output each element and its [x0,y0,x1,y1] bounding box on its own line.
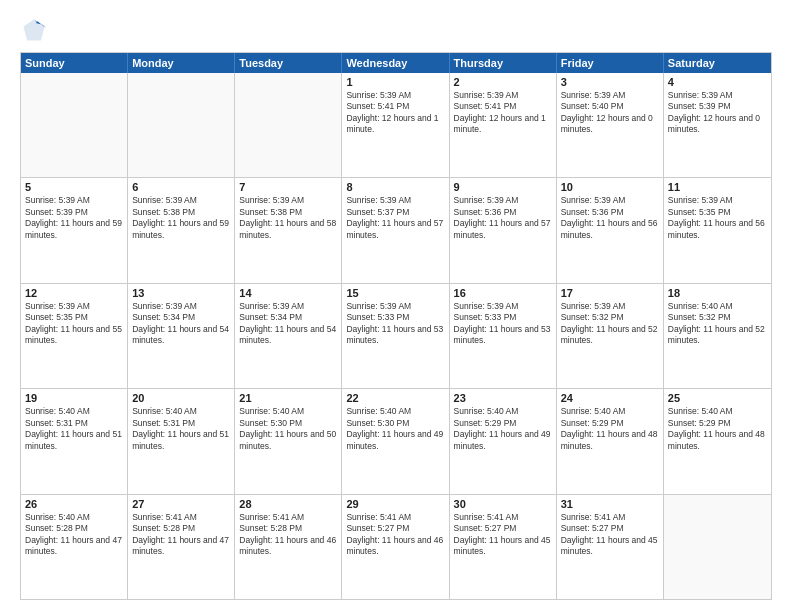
calendar: SundayMondayTuesdayWednesdayThursdayFrid… [20,52,772,600]
day-number: 23 [454,392,552,404]
day-cell-5: 5Sunrise: 5:39 AM Sunset: 5:39 PM Daylig… [21,178,128,282]
svg-marker-0 [24,20,45,41]
day-cell-18: 18Sunrise: 5:40 AM Sunset: 5:32 PM Dayli… [664,284,771,388]
calendar-row-1: 1Sunrise: 5:39 AM Sunset: 5:41 PM Daylig… [21,73,771,177]
logo [20,16,52,44]
day-number: 4 [668,76,767,88]
calendar-body: 1Sunrise: 5:39 AM Sunset: 5:41 PM Daylig… [21,73,771,599]
calendar-header: SundayMondayTuesdayWednesdayThursdayFrid… [21,53,771,73]
day-number: 31 [561,498,659,510]
day-info: Sunrise: 5:39 AM Sunset: 5:38 PM Dayligh… [132,195,230,241]
day-info: Sunrise: 5:41 AM Sunset: 5:27 PM Dayligh… [561,512,659,558]
header-day-wednesday: Wednesday [342,53,449,73]
day-number: 14 [239,287,337,299]
calendar-row-5: 26Sunrise: 5:40 AM Sunset: 5:28 PM Dayli… [21,494,771,599]
calendar-row-3: 12Sunrise: 5:39 AM Sunset: 5:35 PM Dayli… [21,283,771,388]
day-cell-14: 14Sunrise: 5:39 AM Sunset: 5:34 PM Dayli… [235,284,342,388]
day-cell-25: 25Sunrise: 5:40 AM Sunset: 5:29 PM Dayli… [664,389,771,493]
day-info: Sunrise: 5:39 AM Sunset: 5:32 PM Dayligh… [561,301,659,347]
day-cell-11: 11Sunrise: 5:39 AM Sunset: 5:35 PM Dayli… [664,178,771,282]
day-info: Sunrise: 5:40 AM Sunset: 5:30 PM Dayligh… [346,406,444,452]
day-number: 26 [25,498,123,510]
day-info: Sunrise: 5:39 AM Sunset: 5:36 PM Dayligh… [454,195,552,241]
day-info: Sunrise: 5:39 AM Sunset: 5:34 PM Dayligh… [132,301,230,347]
header-day-saturday: Saturday [664,53,771,73]
day-number: 19 [25,392,123,404]
day-cell-16: 16Sunrise: 5:39 AM Sunset: 5:33 PM Dayli… [450,284,557,388]
day-number: 28 [239,498,337,510]
day-cell-24: 24Sunrise: 5:40 AM Sunset: 5:29 PM Dayli… [557,389,664,493]
day-info: Sunrise: 5:40 AM Sunset: 5:29 PM Dayligh… [668,406,767,452]
day-info: Sunrise: 5:39 AM Sunset: 5:41 PM Dayligh… [454,90,552,136]
day-info: Sunrise: 5:39 AM Sunset: 5:39 PM Dayligh… [668,90,767,136]
day-info: Sunrise: 5:39 AM Sunset: 5:34 PM Dayligh… [239,301,337,347]
calendar-row-2: 5Sunrise: 5:39 AM Sunset: 5:39 PM Daylig… [21,177,771,282]
day-number: 3 [561,76,659,88]
day-cell-15: 15Sunrise: 5:39 AM Sunset: 5:33 PM Dayli… [342,284,449,388]
day-number: 20 [132,392,230,404]
day-cell-empty [128,73,235,177]
day-number: 1 [346,76,444,88]
day-cell-empty [21,73,128,177]
day-cell-31: 31Sunrise: 5:41 AM Sunset: 5:27 PM Dayli… [557,495,664,599]
header-day-thursday: Thursday [450,53,557,73]
day-number: 22 [346,392,444,404]
day-cell-20: 20Sunrise: 5:40 AM Sunset: 5:31 PM Dayli… [128,389,235,493]
day-number: 5 [25,181,123,193]
day-info: Sunrise: 5:41 AM Sunset: 5:28 PM Dayligh… [132,512,230,558]
day-cell-3: 3Sunrise: 5:39 AM Sunset: 5:40 PM Daylig… [557,73,664,177]
day-cell-6: 6Sunrise: 5:39 AM Sunset: 5:38 PM Daylig… [128,178,235,282]
day-info: Sunrise: 5:40 AM Sunset: 5:31 PM Dayligh… [25,406,123,452]
day-info: Sunrise: 5:39 AM Sunset: 5:35 PM Dayligh… [668,195,767,241]
day-info: Sunrise: 5:40 AM Sunset: 5:29 PM Dayligh… [454,406,552,452]
day-number: 18 [668,287,767,299]
day-cell-26: 26Sunrise: 5:40 AM Sunset: 5:28 PM Dayli… [21,495,128,599]
day-info: Sunrise: 5:40 AM Sunset: 5:30 PM Dayligh… [239,406,337,452]
day-cell-2: 2Sunrise: 5:39 AM Sunset: 5:41 PM Daylig… [450,73,557,177]
day-cell-empty [235,73,342,177]
day-info: Sunrise: 5:39 AM Sunset: 5:39 PM Dayligh… [25,195,123,241]
day-info: Sunrise: 5:41 AM Sunset: 5:27 PM Dayligh… [346,512,444,558]
day-cell-21: 21Sunrise: 5:40 AM Sunset: 5:30 PM Dayli… [235,389,342,493]
day-info: Sunrise: 5:39 AM Sunset: 5:33 PM Dayligh… [346,301,444,347]
day-number: 16 [454,287,552,299]
day-cell-28: 28Sunrise: 5:41 AM Sunset: 5:28 PM Dayli… [235,495,342,599]
logo-icon [20,16,48,44]
calendar-row-4: 19Sunrise: 5:40 AM Sunset: 5:31 PM Dayli… [21,388,771,493]
day-number: 21 [239,392,337,404]
day-cell-9: 9Sunrise: 5:39 AM Sunset: 5:36 PM Daylig… [450,178,557,282]
day-info: Sunrise: 5:40 AM Sunset: 5:32 PM Dayligh… [668,301,767,347]
day-cell-7: 7Sunrise: 5:39 AM Sunset: 5:38 PM Daylig… [235,178,342,282]
day-number: 24 [561,392,659,404]
day-cell-30: 30Sunrise: 5:41 AM Sunset: 5:27 PM Dayli… [450,495,557,599]
day-number: 11 [668,181,767,193]
day-info: Sunrise: 5:39 AM Sunset: 5:41 PM Dayligh… [346,90,444,136]
day-cell-4: 4Sunrise: 5:39 AM Sunset: 5:39 PM Daylig… [664,73,771,177]
header-day-sunday: Sunday [21,53,128,73]
day-number: 7 [239,181,337,193]
day-info: Sunrise: 5:39 AM Sunset: 5:36 PM Dayligh… [561,195,659,241]
day-cell-1: 1Sunrise: 5:39 AM Sunset: 5:41 PM Daylig… [342,73,449,177]
day-cell-27: 27Sunrise: 5:41 AM Sunset: 5:28 PM Dayli… [128,495,235,599]
header-day-monday: Monday [128,53,235,73]
day-cell-29: 29Sunrise: 5:41 AM Sunset: 5:27 PM Dayli… [342,495,449,599]
day-number: 17 [561,287,659,299]
day-info: Sunrise: 5:40 AM Sunset: 5:29 PM Dayligh… [561,406,659,452]
day-number: 27 [132,498,230,510]
day-info: Sunrise: 5:39 AM Sunset: 5:33 PM Dayligh… [454,301,552,347]
day-number: 30 [454,498,552,510]
day-info: Sunrise: 5:39 AM Sunset: 5:38 PM Dayligh… [239,195,337,241]
day-info: Sunrise: 5:41 AM Sunset: 5:27 PM Dayligh… [454,512,552,558]
day-number: 13 [132,287,230,299]
day-number: 15 [346,287,444,299]
day-cell-empty [664,495,771,599]
day-info: Sunrise: 5:39 AM Sunset: 5:35 PM Dayligh… [25,301,123,347]
day-info: Sunrise: 5:39 AM Sunset: 5:40 PM Dayligh… [561,90,659,136]
day-number: 10 [561,181,659,193]
day-cell-19: 19Sunrise: 5:40 AM Sunset: 5:31 PM Dayli… [21,389,128,493]
day-number: 29 [346,498,444,510]
page: SundayMondayTuesdayWednesdayThursdayFrid… [0,0,792,612]
day-info: Sunrise: 5:41 AM Sunset: 5:28 PM Dayligh… [239,512,337,558]
header-day-tuesday: Tuesday [235,53,342,73]
day-number: 25 [668,392,767,404]
